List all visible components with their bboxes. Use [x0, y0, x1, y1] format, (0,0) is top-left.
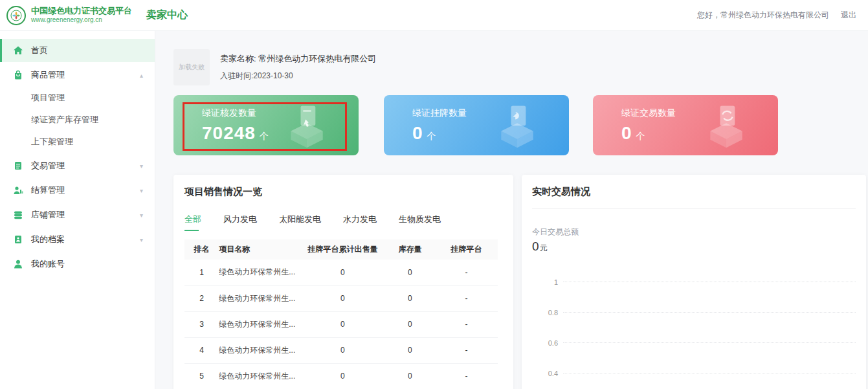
energy-type-tabs: 全部 风力发电 太阳能发电 水力发电 生物质发电 [184, 214, 498, 231]
stat-unit: 个 [427, 131, 436, 142]
sidebar-item-label: 商品管理 [31, 69, 65, 81]
table-row: 3 绿色动力环保常州生... 0 0 - [184, 311, 498, 337]
stat-label: 绿证核发数量 [202, 107, 359, 119]
sidebar-item-home[interactable]: 首页 [0, 39, 155, 62]
inventory-cell: 0 [385, 260, 435, 285]
sidebar-subitem-listing-mgmt[interactable]: 上下架管理 [0, 131, 155, 153]
trade-icon [13, 161, 23, 171]
shop-icon [13, 210, 23, 220]
realtime-trading-panel: 实时交易情况 今日交易总额 0 元 1 0.8 [522, 175, 866, 389]
col-cumulative-sales: 挂牌平台累计出售量 [300, 239, 385, 260]
col-platform: 挂牌平台 [435, 239, 498, 260]
sidebar-item-goods[interactable]: 商品管理 ▴ [0, 63, 155, 87]
sidebar-item-label: 结算管理 [31, 184, 65, 196]
sidebar: 首页 商品管理 ▴ 项目管理 绿证资产库存管理 上下架管理 交易管理 ▾ 结 [0, 31, 155, 389]
project-name-cell: 绿色动力环保常州生... [219, 311, 300, 337]
platform-cell: - [435, 337, 498, 363]
gridline [563, 312, 856, 313]
sidebar-item-label: 我的账号 [31, 258, 65, 270]
main-content: 加载失败 卖家名称: 常州绿色动力环保热电有限公司 入驻时间:2023-10-3… [155, 31, 868, 389]
gridline [563, 373, 856, 373]
rank-cell: 4 [184, 337, 219, 363]
top-header: 中国绿色电力证书交易平台 www.greenenergy.org.cn 卖家中心… [0, 0, 868, 31]
stat-card-issued-certs[interactable]: 绿证核发数量 70248 个 [173, 95, 359, 155]
stat-value: 70248 [202, 123, 256, 144]
logout-link[interactable]: 退出 [841, 10, 856, 21]
sidebar-item-label: 首页 [31, 45, 48, 56]
project-name-cell: 绿色动力环保常州生... [219, 285, 300, 311]
sidebar-item-label: 我的档案 [31, 234, 65, 245]
today-total-label: 今日交易总额 [532, 227, 856, 238]
stat-value: 0 [412, 123, 423, 144]
sidebar-item-shop[interactable]: 店铺管理 ▾ [0, 203, 155, 227]
sidebar-item-settlement[interactable]: 结算管理 ▾ [0, 179, 155, 202]
realtime-chart: 1 0.8 0.6 0.4 [532, 267, 856, 389]
chevron-down-icon: ▾ [140, 212, 143, 219]
col-project-name: 项目名称 [219, 239, 300, 260]
chevron-down-icon: ▾ [140, 162, 143, 170]
stat-label: 绿证挂牌数量 [412, 107, 569, 119]
platform-cell: - [435, 363, 498, 389]
today-total-value: 0 [532, 239, 539, 254]
inventory-cell: 0 [385, 363, 435, 389]
tab-solar[interactable]: 太阳能发电 [279, 214, 321, 231]
sales-cell: 0 [300, 260, 385, 285]
stat-card-listed-certs[interactable]: 绿证挂牌数量 0 个 [384, 95, 569, 155]
home-icon [13, 45, 23, 56]
col-rank: 排名 [184, 239, 219, 260]
sales-cell: 0 [300, 285, 385, 311]
sidebar-item-account[interactable]: 我的账号 [0, 252, 155, 276]
col-inventory: 库存量 [385, 239, 435, 260]
y-tick-label: 1 [532, 278, 563, 286]
rank-cell: 2 [184, 285, 219, 311]
inventory-cell: 0 [385, 337, 435, 363]
sales-panel-title: 项目销售情况一览 [184, 186, 498, 198]
sales-cell: 0 [300, 337, 385, 363]
project-name-cell: 绿色动力环保常州生... [219, 260, 300, 285]
gridline [563, 282, 856, 282]
table-row: 2 绿色动力环保常州生... 0 0 - [184, 285, 498, 311]
today-total-unit: 元 [540, 243, 548, 254]
tab-all[interactable]: 全部 [184, 214, 201, 231]
platform-cell: - [435, 311, 498, 337]
sales-cell: 0 [300, 311, 385, 337]
sidebar-item-label: 店铺管理 [31, 209, 65, 221]
sales-cell: 0 [300, 363, 385, 389]
y-tick-label: 0.8 [532, 309, 563, 317]
chevron-down-icon: ▾ [140, 187, 143, 194]
rank-cell: 5 [184, 363, 219, 389]
platform-logo-icon [6, 6, 26, 25]
archive-icon [13, 234, 23, 245]
stat-label: 绿证交易数量 [621, 107, 778, 119]
chevron-down-icon: ▾ [140, 236, 143, 243]
stat-card-traded-certs[interactable]: 绿证交易数量 0 个 [593, 95, 778, 155]
divider [532, 208, 856, 209]
y-tick-label: 0.6 [532, 339, 563, 347]
y-tick-label: 0.4 [532, 370, 563, 377]
rank-cell: 1 [184, 260, 219, 285]
sidebar-subitem-project-mgmt[interactable]: 项目管理 [0, 87, 155, 109]
tab-biomass[interactable]: 生物质发电 [399, 214, 441, 231]
sales-table: 排名 项目名称 挂牌平台累计出售量 库存量 挂牌平台 1 绿色动力环保常州生..… [184, 239, 498, 389]
project-sales-panel: 项目销售情况一览 全部 风力发电 太阳能发电 水力发电 生物质发电 排名 项目名… [173, 175, 513, 389]
sidebar-item-archive[interactable]: 我的档案 ▾ [0, 228, 155, 251]
chevron-up-icon: ▴ [140, 72, 143, 79]
realtime-panel-title: 实时交易情况 [532, 186, 856, 198]
tab-wind[interactable]: 风力发电 [223, 214, 257, 231]
settlement-icon [13, 185, 23, 195]
platform-cell: - [435, 285, 498, 311]
user-greeting: 您好，常州绿色动力环保热电有限公司 [697, 10, 829, 21]
tab-hydro[interactable]: 水力发电 [343, 214, 377, 231]
sidebar-item-trade[interactable]: 交易管理 ▾ [0, 154, 155, 177]
sidebar-subitem-cert-inventory-mgmt[interactable]: 绿证资产库存管理 [0, 109, 155, 131]
rank-cell: 3 [184, 311, 219, 337]
brand-url: www.greenenergy.org.cn [31, 16, 132, 24]
seller-join-date: 入驻时间:2023-10-30 [220, 71, 376, 82]
seller-center-title: 卖家中心 [146, 8, 188, 22]
brand: 中国绿色电力证书交易平台 www.greenenergy.org.cn [6, 6, 132, 25]
seller-info: 加载失败 卖家名称: 常州绿色动力环保热电有限公司 入驻时间:2023-10-3… [173, 49, 868, 85]
inventory-cell: 0 [385, 311, 435, 337]
stat-value: 0 [621, 123, 632, 144]
listing-3d-icon [493, 101, 542, 153]
sidebar-item-label: 交易管理 [31, 160, 65, 172]
